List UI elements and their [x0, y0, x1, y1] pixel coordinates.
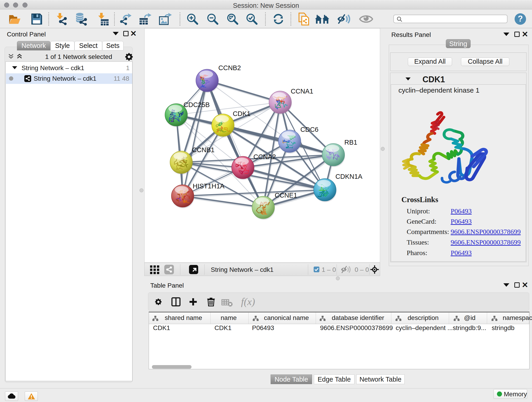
svg-text:CDC25B: CDC25B: [184, 101, 210, 108]
svg-text:CCNA2: CCNA2: [253, 153, 276, 160]
svg-text:CDKN1A: CDKN1A: [336, 173, 362, 180]
svg-text:?: ?: [518, 14, 523, 23]
svg-text:CCNE1: CCNE1: [275, 191, 297, 199]
svg-text:CCNB1: CCNB1: [192, 146, 215, 153]
svg-text:CDC6: CDC6: [300, 126, 318, 133]
svg-text:CCNB2: CCNB2: [218, 64, 241, 71]
svg-text:RB1: RB1: [344, 139, 357, 146]
svg-text:CDK1: CDK1: [233, 110, 250, 117]
svg-text:CCNA1: CCNA1: [291, 88, 313, 95]
svg-text:HIST1H1A: HIST1H1A: [193, 182, 225, 190]
